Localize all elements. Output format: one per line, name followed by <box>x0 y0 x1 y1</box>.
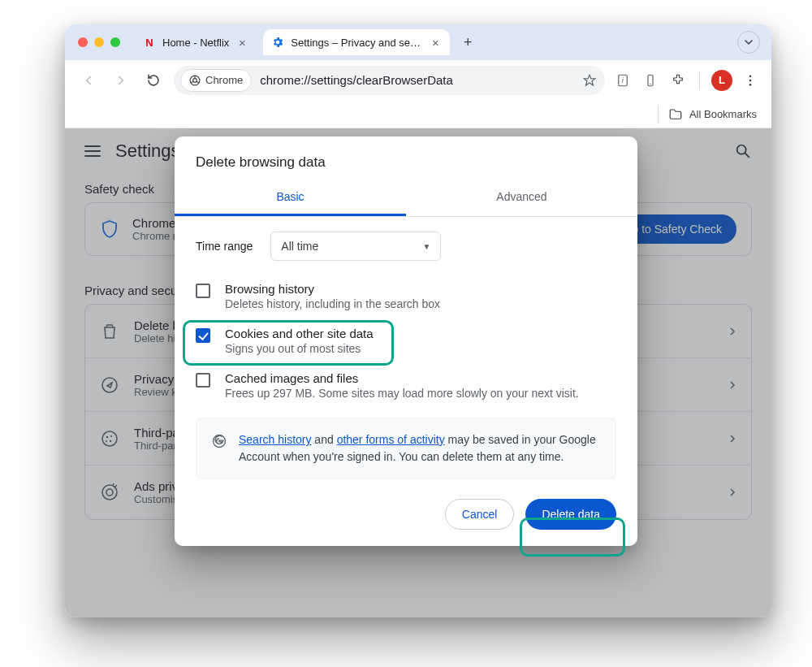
checkbox[interactable] <box>196 284 210 298</box>
all-bookmarks-button[interactable]: All Bookmarks <box>689 108 757 120</box>
option-cookies[interactable]: Cookies and other site data Signs you ou… <box>196 318 616 363</box>
arrow-left-icon <box>81 73 96 88</box>
reload-button[interactable] <box>141 68 166 93</box>
avatar-initial: L <box>719 74 725 86</box>
bookmark-star-icon[interactable] <box>581 71 598 89</box>
separator <box>658 106 659 123</box>
delete-data-dialog: Delete browsing data Basic Advanced Time… <box>175 136 637 546</box>
close-tab-icon[interactable]: × <box>235 36 248 49</box>
gear-icon <box>271 36 284 49</box>
svg-point-5 <box>650 83 651 84</box>
tab-strip: N Home - Netflix × Settings – Privacy an… <box>65 24 771 60</box>
address-bar[interactable]: Chrome chrome://settings/clearBrowserDat… <box>174 66 605 95</box>
search-history-link[interactable]: Search history <box>239 433 311 446</box>
chrome-icon <box>189 75 201 86</box>
forward-button[interactable] <box>109 68 133 93</box>
arrow-right-icon <box>114 73 128 88</box>
time-range-label: Time range <box>196 240 253 253</box>
info-box: Search history and other forms of activi… <box>196 418 616 479</box>
tab-advanced[interactable]: Advanced <box>406 180 637 216</box>
close-tab-icon[interactable]: × <box>429 36 442 49</box>
dropdown-icon: ▼ <box>422 242 430 251</box>
browser-window: N Home - Netflix × Settings – Privacy an… <box>65 24 771 617</box>
google-icon <box>211 433 227 449</box>
chevron-down-icon <box>745 38 753 46</box>
folder-icon <box>668 107 683 122</box>
extensions-button[interactable] <box>668 71 688 90</box>
cancel-button[interactable]: Cancel <box>445 499 515 530</box>
maximize-window-button[interactable] <box>110 37 120 47</box>
tab-settings[interactable]: Settings – Privacy and securi × <box>263 29 450 55</box>
time-range-value: All time <box>281 240 318 253</box>
delete-data-button[interactable]: Delete data <box>525 499 616 530</box>
option-history[interactable]: Browsing history Deletes history, includ… <box>196 274 616 318</box>
toolbar: Chrome chrome://settings/clearBrowserDat… <box>65 60 771 101</box>
checkbox[interactable] <box>196 373 210 388</box>
svg-point-8 <box>749 83 752 85</box>
toolbar-separator <box>699 71 700 89</box>
svg-text:i: i <box>622 77 624 84</box>
tab-basic[interactable]: Basic <box>175 180 406 216</box>
back-button[interactable] <box>76 68 101 93</box>
checkbox[interactable] <box>196 328 210 343</box>
svg-point-6 <box>749 75 752 77</box>
site-info-button[interactable]: i <box>613 71 633 90</box>
tab-netflix[interactable]: N Home - Netflix × <box>135 29 257 55</box>
bookmark-bar: All Bookmarks <box>65 101 771 128</box>
url-text: chrome://settings/clearBrowserData <box>260 73 572 87</box>
device-button[interactable] <box>641 71 660 90</box>
close-window-button[interactable] <box>78 37 88 47</box>
tab-label: Settings – Privacy and securi <box>291 37 422 49</box>
profile-avatar[interactable]: L <box>711 70 732 91</box>
site-chip[interactable]: Chrome <box>180 69 252 92</box>
new-tab-button[interactable]: + <box>456 31 479 54</box>
chip-label: Chrome <box>205 74 243 86</box>
dialog-tabs: Basic Advanced <box>175 180 637 217</box>
minimize-window-button[interactable] <box>94 37 104 47</box>
svg-point-7 <box>749 79 752 81</box>
tab-search-button[interactable] <box>737 31 760 54</box>
window-controls <box>78 37 128 47</box>
option-cache[interactable]: Cached images and files Frees up 297 MB.… <box>196 363 616 408</box>
time-range-select[interactable]: All time ▼ <box>270 232 441 261</box>
svg-point-1 <box>193 78 197 82</box>
tab-label: Home - Netflix <box>162 37 229 49</box>
netflix-icon: N <box>143 36 156 49</box>
reload-icon <box>146 73 161 88</box>
overflow-menu-button[interactable] <box>741 71 760 90</box>
other-activity-link[interactable]: other forms of activity <box>337 433 445 446</box>
dialog-title: Delete browsing data <box>175 153 637 180</box>
